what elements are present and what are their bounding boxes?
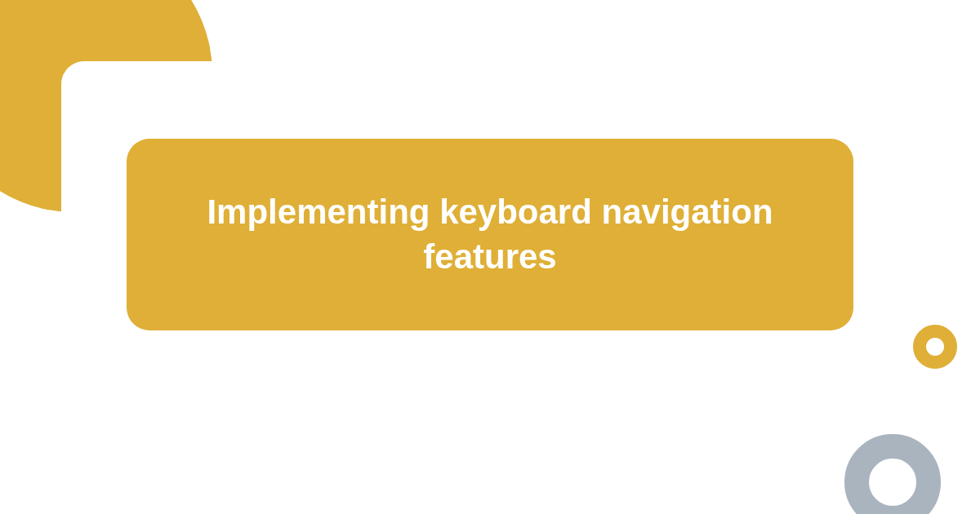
title-card: Implementing keyboard navigation feature… xyxy=(127,139,853,330)
ring-neutral-icon xyxy=(844,434,941,514)
ring-accent-icon xyxy=(913,325,957,369)
title-text: Implementing keyboard navigation feature… xyxy=(176,190,804,279)
